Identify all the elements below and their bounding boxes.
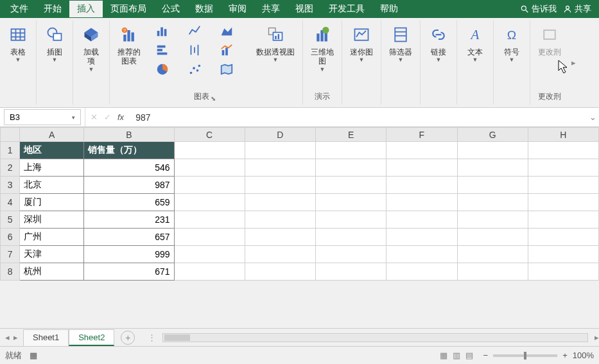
cell[interactable] bbox=[528, 211, 598, 229]
menu-tab-6[interactable]: 审阅 bbox=[221, 1, 254, 17]
cell[interactable] bbox=[457, 159, 528, 177]
fx-icon[interactable]: fx bbox=[117, 112, 124, 122]
cell[interactable] bbox=[174, 229, 245, 246]
col-header-C[interactable]: C bbox=[174, 128, 245, 142]
row-header[interactable]: 1 bbox=[1, 142, 20, 159]
cell[interactable] bbox=[174, 159, 245, 177]
row-header[interactable]: 5 bbox=[1, 211, 20, 229]
col-header-G[interactable]: G bbox=[457, 128, 528, 142]
cell[interactable] bbox=[316, 177, 386, 194]
cell[interactable] bbox=[457, 246, 528, 263]
cell[interactable] bbox=[316, 194, 386, 211]
overflow-button[interactable]: 更改刑 bbox=[534, 22, 565, 59]
cell[interactable]: 231 bbox=[84, 211, 174, 229]
cell[interactable]: 659 bbox=[84, 194, 174, 211]
cell[interactable] bbox=[386, 229, 457, 246]
cell[interactable]: 999 bbox=[84, 246, 174, 263]
menu-tab-1[interactable]: 开始 bbox=[36, 1, 69, 17]
cell[interactable]: 546 bbox=[84, 159, 174, 177]
pivot-chart-button[interactable]: 数据透视图 ▼ bbox=[252, 22, 299, 66]
cell[interactable] bbox=[316, 229, 386, 246]
cell[interactable] bbox=[174, 263, 245, 281]
links-button[interactable]: 链接 ▼ bbox=[424, 22, 453, 66]
stock-chart-button[interactable] bbox=[179, 41, 210, 59]
cell[interactable] bbox=[174, 194, 245, 211]
dialog-launcher-icon[interactable]: ⬊ bbox=[211, 95, 216, 102]
cell[interactable] bbox=[174, 246, 245, 263]
menu-tab-7[interactable]: 共享 bbox=[254, 1, 288, 17]
combo-chart-button[interactable] bbox=[211, 41, 242, 59]
row-header[interactable]: 2 bbox=[1, 159, 20, 177]
cell[interactable] bbox=[245, 159, 315, 177]
cell[interactable] bbox=[528, 194, 598, 211]
cell[interactable] bbox=[386, 177, 457, 194]
select-all-corner[interactable] bbox=[1, 128, 20, 142]
menu-tab-2[interactable]: 插入 bbox=[69, 1, 103, 17]
3d-map-button[interactable]: 三维地 图 ▼ bbox=[307, 22, 338, 76]
cell[interactable]: 987 bbox=[84, 177, 174, 194]
sheet-tab-Sheet1[interactable]: Sheet1 bbox=[23, 329, 69, 346]
area-chart-button[interactable] bbox=[211, 22, 242, 40]
cell[interactable] bbox=[245, 246, 315, 263]
cell[interactable] bbox=[386, 194, 457, 211]
cell[interactable] bbox=[457, 177, 528, 194]
cell[interactable] bbox=[316, 142, 386, 159]
normal-view-icon[interactable]: ▦ bbox=[440, 351, 447, 360]
cell[interactable] bbox=[245, 263, 315, 281]
formula-expand-icon[interactable]: ⌄ bbox=[587, 112, 599, 122]
recommended-charts-button[interactable]: ? 推荐的 图表 bbox=[114, 22, 144, 69]
page-layout-view-icon[interactable]: ▥ bbox=[453, 351, 460, 360]
cell[interactable]: 深圳 bbox=[20, 211, 84, 229]
cell[interactable] bbox=[457, 211, 528, 229]
col-header-H[interactable]: H bbox=[528, 128, 598, 142]
cell[interactable]: 北京 bbox=[20, 177, 84, 194]
cell[interactable] bbox=[174, 142, 245, 159]
zoom-in-button[interactable]: + bbox=[562, 351, 568, 360]
cell[interactable] bbox=[316, 159, 386, 177]
cell[interactable]: 广州 bbox=[20, 229, 84, 246]
page-break-view-icon[interactable]: ▤ bbox=[465, 351, 473, 360]
menu-tab-4[interactable]: 公式 bbox=[154, 1, 187, 17]
cell[interactable] bbox=[528, 142, 598, 159]
cell[interactable]: 杭州 bbox=[20, 263, 84, 281]
cell[interactable] bbox=[245, 211, 315, 229]
row-header[interactable]: 8 bbox=[1, 263, 20, 281]
cell[interactable] bbox=[316, 263, 386, 281]
cell[interactable] bbox=[528, 246, 598, 263]
cell[interactable] bbox=[386, 211, 457, 229]
cell[interactable]: 671 bbox=[84, 263, 174, 281]
sparklines-button[interactable]: 迷你图 ▼ bbox=[346, 22, 377, 66]
row-header[interactable]: 3 bbox=[1, 177, 20, 194]
col-header-D[interactable]: D bbox=[245, 128, 315, 142]
cell[interactable] bbox=[457, 263, 528, 281]
cell[interactable] bbox=[457, 142, 528, 159]
tables-button[interactable]: 表格 ▼ bbox=[4, 22, 32, 66]
ribbon-expand-icon[interactable]: ▸ bbox=[569, 55, 578, 70]
cell[interactable]: 厦门 bbox=[20, 194, 84, 211]
zoom-slider[interactable] bbox=[493, 354, 557, 357]
cell[interactable] bbox=[528, 159, 598, 177]
share-menu[interactable]: 共享 bbox=[563, 3, 591, 15]
cell[interactable]: 销售量（万） bbox=[84, 142, 174, 159]
grid[interactable]: A B C D E F G H 1地区销售量（万）2上海5463北京9874厦门… bbox=[0, 127, 599, 281]
menu-tab-10[interactable]: 帮助 bbox=[372, 1, 406, 17]
add-sheet-button[interactable]: + bbox=[121, 331, 135, 345]
scatter-chart-button[interactable] bbox=[179, 60, 210, 78]
zoom-out-button[interactable]: − bbox=[483, 351, 489, 360]
bar-chart-button[interactable] bbox=[147, 22, 178, 40]
cell[interactable] bbox=[316, 211, 386, 229]
col-header-B[interactable]: B bbox=[84, 128, 174, 142]
cell[interactable] bbox=[528, 177, 598, 194]
scroll-right-icon[interactable]: ▸ bbox=[595, 333, 599, 342]
illustrations-button[interactable]: 插图 ▼ bbox=[40, 22, 69, 66]
text-button[interactable]: A 文本 ▼ bbox=[461, 22, 489, 66]
filters-button[interactable]: 筛选器 ▼ bbox=[385, 22, 416, 66]
cell[interactable] bbox=[386, 159, 457, 177]
cancel-icon[interactable]: ✕ bbox=[91, 112, 98, 122]
cell[interactable] bbox=[386, 142, 457, 159]
cell[interactable] bbox=[457, 229, 528, 246]
cell[interactable] bbox=[245, 177, 315, 194]
tab-prev-icon[interactable]: ◂ bbox=[5, 333, 10, 342]
sheet-tab-Sheet2[interactable]: Sheet2 bbox=[69, 329, 114, 346]
cell[interactable] bbox=[386, 246, 457, 263]
